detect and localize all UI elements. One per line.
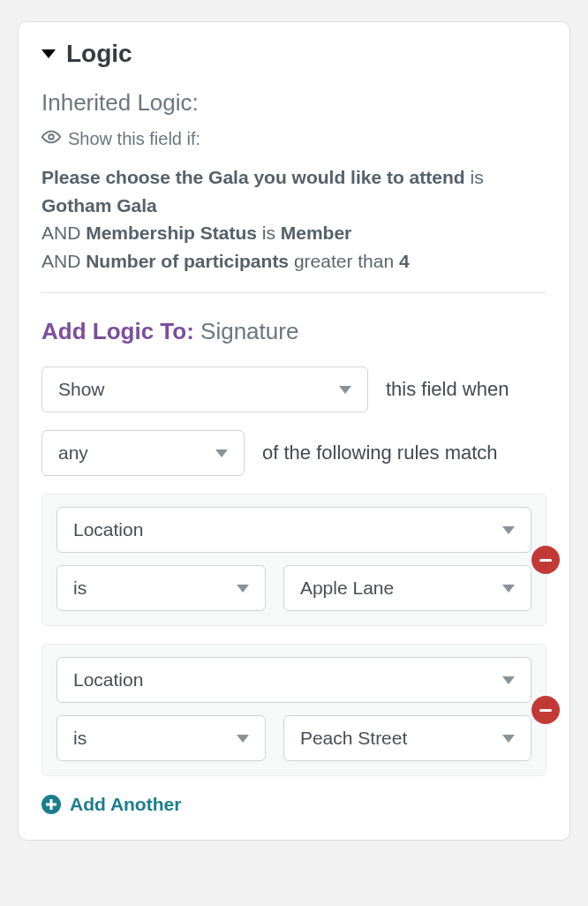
caret-down-icon <box>41 49 56 58</box>
svg-point-0 <box>49 134 54 140</box>
rule-operator-select[interactable]: is <box>57 565 266 611</box>
divider <box>41 292 547 293</box>
rule-field-value: Location <box>73 519 143 540</box>
chevron-down-icon <box>215 449 228 457</box>
inherited-rule: AND Membership Status is Member <box>41 219 547 247</box>
rule-value-value: Apple Lane <box>300 578 394 599</box>
rule-operator-select[interactable]: is <box>57 715 266 761</box>
inherited-rule: AND Number of participants greater than … <box>41 247 547 276</box>
rule-value-select[interactable]: Peach Street <box>283 715 531 761</box>
add-another-button[interactable]: Add Another <box>41 794 547 815</box>
add-logic-heading: Add Logic To: Signature <box>41 318 547 345</box>
add-logic-label: Add Logic To: <box>41 318 194 344</box>
rule-field-select[interactable]: Location <box>57 507 531 553</box>
add-logic-target: Signature <box>200 318 298 344</box>
rule-value-select[interactable]: Apple Lane <box>283 565 531 611</box>
rule-field-value: Location <box>73 669 143 691</box>
logic-panel: Logic Inherited Logic: Show this field i… <box>18 21 570 841</box>
rule-value-value: Peach Street <box>300 728 407 749</box>
rule-operator-value: is <box>73 578 87 599</box>
remove-rule-button[interactable] <box>531 696 560 724</box>
inherited-rule: Please choose the Gala you would like to… <box>41 163 547 219</box>
show-if-label: Show this field if: <box>68 129 200 149</box>
chevron-down-icon <box>237 735 249 743</box>
inherited-rules: Please choose the Gala you would like to… <box>41 163 547 275</box>
chevron-down-icon <box>502 735 515 743</box>
remove-rule-button[interactable] <box>531 546 560 574</box>
show-if-row: Show this field if: <box>41 127 547 151</box>
match-select[interactable]: any <box>41 430 245 476</box>
chevron-down-icon <box>339 386 351 394</box>
match-suffix: of the following rules match <box>262 442 498 464</box>
inherited-logic-heading: Inherited Logic: <box>41 89 547 117</box>
chevron-down-icon <box>502 526 515 534</box>
add-another-label: Add Another <box>70 794 181 815</box>
rule-operator-value: is <box>73 728 87 749</box>
chevron-down-icon <box>237 585 249 593</box>
action-select[interactable]: Show <box>41 366 368 412</box>
eye-icon <box>41 127 61 151</box>
section-title: Logic <box>66 40 132 68</box>
action-suffix: this field when <box>386 378 509 401</box>
minus-icon <box>539 559 552 562</box>
logic-section-toggle[interactable]: Logic <box>41 40 547 68</box>
plus-circle-icon <box>41 795 61 814</box>
minus-icon <box>539 709 552 712</box>
logic-rule: Location is Apple Lane <box>41 494 547 626</box>
chevron-down-icon <box>502 676 515 684</box>
match-select-value: any <box>58 442 88 464</box>
chevron-down-icon <box>502 585 515 593</box>
action-select-value: Show <box>58 379 105 400</box>
logic-rule: Location is Peach Street <box>41 644 547 776</box>
rule-field-select[interactable]: Location <box>57 657 531 703</box>
